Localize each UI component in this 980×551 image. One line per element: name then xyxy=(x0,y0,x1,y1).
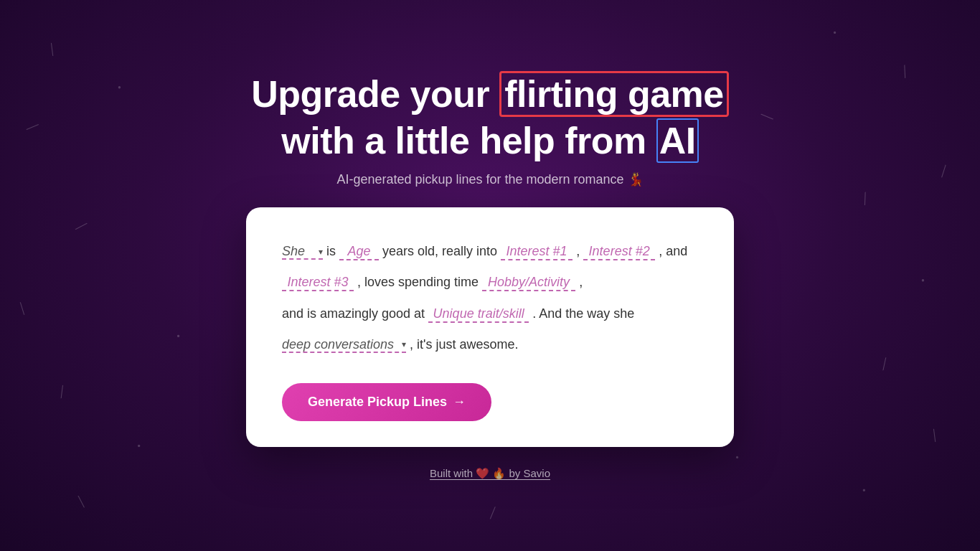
static-good-at: and is amazingly good at xyxy=(282,306,428,321)
skill-input[interactable] xyxy=(428,306,529,323)
headline-line1-start: Upgrade your xyxy=(251,73,499,115)
generate-button-label: Generate Pickup Lines xyxy=(308,395,447,410)
age-input[interactable] xyxy=(339,244,379,260)
static-text-line2: , loves spending time , xyxy=(282,275,583,289)
pronoun-select-wrapper[interactable]: She He They ▾ xyxy=(282,236,323,267)
headline: Upgrade your flirting game with a little… xyxy=(251,71,729,164)
static-text-line1: She He They ▾ is years old, really into … xyxy=(282,244,687,258)
activity-select[interactable]: deep conversations makes you laugh liste… xyxy=(282,337,406,353)
footer-text: Built with ❤️ 🔥 by Savio xyxy=(430,467,550,479)
content-wrapper: Upgrade your flirting game with a little… xyxy=(0,71,980,480)
pronoun-select[interactable]: She He They xyxy=(282,244,323,260)
generate-button-arrow: → xyxy=(453,395,466,410)
activity-select-wrapper[interactable]: deep conversations makes you laugh liste… xyxy=(282,329,406,360)
hobby-input[interactable] xyxy=(482,275,575,291)
static-and-way: . And the way she xyxy=(532,306,634,321)
footer: Built with ❤️ 🔥 by Savio xyxy=(430,467,550,480)
headline-highlight-red: flirting game xyxy=(499,71,729,117)
sentence-builder: She He They ▾ is years old, really into … xyxy=(282,236,698,360)
static-text-line4: deep conversations makes you laugh liste… xyxy=(282,337,519,352)
interest3-input[interactable] xyxy=(282,275,354,291)
static-comma1: , xyxy=(576,244,583,258)
static-text-line3: and is amazingly good at . And the way s… xyxy=(282,306,634,321)
interest2-input[interactable] xyxy=(583,244,655,260)
generate-button[interactable]: Generate Pickup Lines → xyxy=(282,383,491,421)
static-years-old: years old, really into xyxy=(382,244,501,258)
static-is: is xyxy=(326,244,339,258)
card: She He They ▾ is years old, really into … xyxy=(246,207,734,447)
headline-highlight-blue: AI xyxy=(656,118,699,163)
headline-line2-start: with a little help from xyxy=(281,120,656,161)
static-and1: , and xyxy=(659,244,687,258)
static-comma2: , xyxy=(579,275,583,289)
interest1-input[interactable] xyxy=(501,244,573,260)
subtitle: AI-generated pickup lines for the modern… xyxy=(336,171,643,187)
static-loves: , loves spending time xyxy=(357,275,482,289)
static-end: , it's just awesome. xyxy=(410,337,519,352)
